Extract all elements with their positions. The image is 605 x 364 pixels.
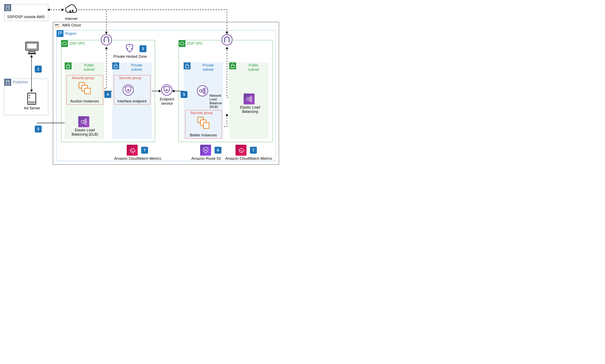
internet-icon (64, 3, 79, 16)
auction-instances-label: Auction instances (67, 99, 103, 104)
corporate-building-icon (4, 79, 11, 86)
ssp-sg1-label: Security group (72, 76, 94, 80)
private-hosted-zone-icon (124, 43, 135, 54)
interface-endpoint-icon (122, 84, 134, 96)
ssp-vpc-label: SSP VPC (69, 41, 85, 46)
svg-rect-22 (7, 8, 7, 8)
svg-point-44 (131, 48, 132, 49)
svg-rect-32 (8, 82, 9, 83)
interface-endpoint-label: Interface endpoint (113, 99, 150, 104)
region-flag-icon (56, 30, 64, 37)
cloudwatch-icon (235, 145, 246, 156)
svg-rect-33 (28, 93, 36, 104)
step-6-badge: 6 (215, 147, 221, 154)
ad-server-label: Ad Server (20, 106, 44, 110)
region-label: Region (65, 31, 77, 36)
private-hosted-zone-label: Private Hosted Zone (113, 54, 148, 59)
svg-rect-20 (7, 7, 7, 7)
internet-label: Internet (61, 17, 81, 21)
ssp-public-subnet-label: Public subnet (77, 63, 101, 72)
endpoint-service-icon (161, 84, 173, 96)
svg-rect-25 (27, 43, 37, 49)
elb-icon (78, 116, 89, 127)
aws-cloud-label: AWS Cloud (62, 23, 81, 27)
svg-rect-19 (6, 6, 9, 10)
svg-rect-47 (85, 88, 90, 94)
svg-point-35 (29, 97, 30, 98)
nlb-icon (197, 85, 208, 97)
publisher-label: Publisher (13, 80, 28, 84)
svg-rect-23 (8, 8, 9, 8)
desktop-icon (24, 41, 40, 54)
dsp-elb-label: Elastic Load Balancing (236, 105, 264, 114)
dsp-private-subnet-label: Private subnet (196, 63, 220, 72)
route53-icon (200, 145, 211, 156)
step-4-badge: 4 (104, 91, 111, 98)
step-1-badge: 1 (35, 66, 42, 73)
elb-icon (244, 93, 255, 104)
svg-rect-30 (8, 81, 9, 82)
svg-rect-60 (203, 123, 209, 129)
step-7-badge-2: 7 (250, 147, 257, 154)
endpoint-service-label: Endpoint service (158, 97, 176, 106)
ssp-dsp-outside-aws-box: SSP/DSP outside AWS (4, 4, 48, 21)
step-7-badge: 7 (141, 147, 148, 154)
svg-rect-29 (7, 81, 7, 82)
corporate-building-icon (4, 4, 11, 11)
svg-rect-31 (7, 82, 7, 83)
lock-icon (229, 62, 236, 69)
vpc-cloud-icon (178, 40, 186, 47)
dsp-sg-label: Security group (190, 111, 213, 115)
step-5-badge: 5 (181, 91, 188, 98)
svg-point-34 (29, 95, 30, 96)
route53-label: Amazon Route 53 (187, 156, 225, 161)
cloudwatch-metrics-label-2: Amazon CloudWatch Metrics (223, 156, 274, 161)
svg-point-43 (127, 48, 128, 49)
lock-icon (184, 62, 190, 69)
aws-logo-icon: aws (53, 22, 61, 29)
svg-rect-21 (8, 7, 9, 7)
svg-text:aws: aws (55, 24, 59, 26)
dsp-vpc-label: DSP VPC (187, 41, 203, 46)
ssp-dsp-outside-label: SSP/DSP outside AWS (7, 15, 45, 19)
step-3-badge: 3 (139, 45, 147, 52)
ssp-private-subnet-label: Private subnet (124, 63, 149, 72)
bidder-instances-label: Bidder instances (185, 133, 221, 137)
lock-icon (112, 62, 119, 69)
cloudwatch-metrics-label-1: Amazon CloudWatch Metrics (112, 156, 163, 161)
cloudwatch-icon (127, 145, 138, 156)
ssp-elb-label: Elastic Load Balancing (ELB) (69, 128, 100, 137)
vpc-cloud-icon (61, 40, 68, 47)
ad-server-icon (27, 92, 37, 105)
svg-rect-28 (6, 80, 9, 85)
auction-instances-icon (78, 81, 91, 95)
step-2-badge: 2 (35, 126, 42, 132)
lock-icon (65, 62, 72, 69)
svg-point-42 (129, 46, 130, 47)
nlb-label: Network Load Balancer (NLB) (209, 94, 225, 109)
bidder-instances-icon (196, 116, 210, 129)
ssp-sg2-label: Security group (119, 76, 141, 80)
svg-rect-26 (29, 52, 35, 53)
dsp-public-subnet-label: Public subnet (242, 63, 266, 72)
